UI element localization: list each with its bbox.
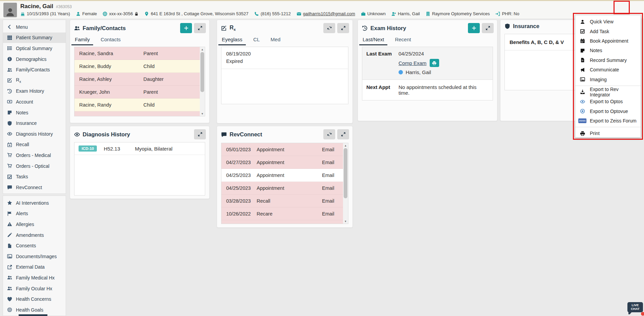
diagnosis-description: Myopia, Bilateral bbox=[135, 146, 172, 152]
family-row-racine-ashley[interactable]: Racine, AshleyDaughter bbox=[74, 73, 200, 86]
rx-tab-eyeglass[interactable]: Eyeglass bbox=[221, 35, 243, 45]
history-icon bbox=[6, 89, 13, 94]
sidebar-item-ai-interventions[interactable]: AI Interventions bbox=[3, 198, 66, 208]
menu-item-imaging[interactable]: Imaging bbox=[575, 74, 641, 84]
add-family-contact-button[interactable] bbox=[180, 23, 192, 33]
sidebar-item-allergies[interactable]: Allergies bbox=[3, 219, 66, 230]
sidebar-item-revconnect[interactable]: RevConnect bbox=[3, 182, 66, 193]
rx-tab-cl[interactable]: CL bbox=[253, 35, 260, 45]
refresh-icon bbox=[327, 132, 332, 137]
family-row-racine-buddy[interactable]: Racine, BuddyChild bbox=[74, 60, 200, 73]
exam-history-tab-recent[interactable]: Recent bbox=[394, 35, 412, 45]
download-icon bbox=[579, 89, 586, 94]
print-exam-button[interactable] bbox=[430, 59, 439, 67]
rx-tab-med[interactable]: Med bbox=[270, 35, 281, 45]
family-member-name: Racine, Ashley bbox=[74, 76, 144, 82]
sidebar-item-optical-summary[interactable]: Optical Summary bbox=[3, 43, 66, 54]
sidebar-item-documents-images[interactable]: Documents/Images bbox=[3, 251, 66, 262]
family-table-scrollbar[interactable]: ▲ ▼ bbox=[200, 47, 205, 116]
scroll-up-arrow[interactable]: ▲ bbox=[201, 47, 204, 52]
list-icon bbox=[6, 46, 13, 51]
sidebar-item-label: Orders - Medical bbox=[16, 153, 51, 158]
revconnect-row-3[interactable]: 04/25/2023AppointmentEmail bbox=[221, 182, 343, 195]
patient-detail-641-e-163rd-st-cottage-g: 641 E 163rd St , Cottage Grove, Wisconsi… bbox=[144, 11, 248, 16]
sidebar-item-notes[interactable]: Notes bbox=[3, 107, 66, 118]
menu-item-add-task[interactable]: Add Task bbox=[575, 26, 641, 36]
sidebar-item-orders-optical[interactable]: Orders - Optical bbox=[3, 161, 66, 172]
file-icon bbox=[6, 243, 13, 248]
sidebar-item-patient-summary[interactable]: Patient Summary bbox=[3, 32, 66, 43]
revconnect-row-5[interactable]: 10/26/2022RecareEmail bbox=[221, 207, 343, 220]
family-row-krueger-john[interactable]: Krueger, JohnParent bbox=[74, 86, 200, 98]
exam-summary-table: Last Exam 04/25/2024 Comp Exam Harris, G… bbox=[362, 47, 493, 100]
revconnect-row-4[interactable]: 03/28/2023RecallEmail bbox=[221, 195, 343, 207]
rx-entry[interactable]: 08/19/2020 Expired bbox=[221, 47, 348, 69]
person-icon bbox=[76, 12, 81, 16]
sidebar-item-insurance[interactable]: Insurance bbox=[3, 118, 66, 129]
scroll-down-arrow[interactable]: ▼ bbox=[344, 219, 347, 224]
scroll-up-arrow[interactable]: ▲ bbox=[344, 143, 347, 148]
menu-item-communicate[interactable]: Communicate bbox=[575, 65, 641, 74]
sidebar-item-account[interactable]: Account bbox=[3, 96, 66, 107]
expand-rx-button[interactable] bbox=[337, 23, 349, 33]
scroll-down-arrow[interactable]: ▼ bbox=[201, 111, 204, 116]
menu-item-label: Print bbox=[590, 131, 600, 136]
menu-item-record-summary[interactable]: Record Summary bbox=[575, 55, 641, 65]
sidebar-item-alerts[interactable]: Alerts bbox=[3, 208, 66, 219]
family-row-racine-randy[interactable]: Racine, RandyChild bbox=[74, 98, 200, 111]
comp-exam-link[interactable]: Comp Exam bbox=[399, 60, 427, 66]
sidebar-item-demographics[interactable]: Demographics bbox=[3, 54, 66, 65]
sidebar-item-orders-medical[interactable]: Orders - Medical bbox=[3, 150, 66, 161]
briefcase-icon bbox=[361, 12, 366, 16]
info-icon bbox=[6, 57, 13, 62]
menu-item-print[interactable]: Print bbox=[575, 129, 641, 138]
add-exam-button[interactable] bbox=[468, 23, 480, 33]
menu-item-export-to-optos[interactable]: Export to Optos bbox=[575, 97, 641, 106]
sidebar-item-recall[interactable]: Recall bbox=[3, 139, 66, 150]
refresh-revconnect-button[interactable] bbox=[323, 129, 335, 139]
sidebar-item-family-contacts[interactable]: Family/Contacts bbox=[3, 64, 66, 75]
last-exam-row: Last Exam 04/25/2024 Comp Exam Harris, G… bbox=[362, 47, 493, 80]
menu-item-export-to-zeiss-forum[interactable]: ZEISSExport to Zeiss Forum bbox=[575, 116, 641, 126]
patient-detail-gailharris1015-gmail-com[interactable]: gailharris1015@gmail.com bbox=[297, 11, 355, 16]
comment-icon bbox=[6, 185, 13, 190]
sidebar-item-health-concerns[interactable]: Health Concerns bbox=[3, 294, 66, 304]
sidebar-item-consents[interactable]: Consents bbox=[3, 240, 66, 251]
menu-item-book-appointment[interactable]: Book Appointment bbox=[575, 36, 641, 46]
family-contacts-tab-contacts[interactable]: Contacts bbox=[100, 35, 121, 45]
live-chat-button[interactable]: LIVE CHAT bbox=[627, 302, 644, 315]
revconnect-type: Appointment bbox=[257, 173, 322, 178]
sidebar-item-health-goals[interactable]: Health Goals bbox=[3, 304, 66, 315]
menu-item-export-to-optovue[interactable]: Export to Optovue bbox=[575, 107, 641, 116]
revconnect-row-1[interactable]: 04/27/2023AppointmentEmail bbox=[221, 156, 343, 169]
revconnect-row-2[interactable]: 04/25/2023AppointmentEmail bbox=[221, 169, 343, 182]
sidebar-item-diagnosis-history[interactable]: Diagnosis History bbox=[3, 129, 66, 139]
sidebar-item-menu[interactable]: Menu bbox=[3, 22, 66, 32]
sidebar-item-external-data[interactable]: External Data bbox=[3, 262, 66, 273]
sidebar-item-amendments[interactable]: Amendments bbox=[3, 230, 66, 241]
sidebar-item-rx[interactable]: Rx bbox=[3, 75, 66, 86]
sidebar-item-family-ocular-hx[interactable]: Family Ocular Hx bbox=[3, 283, 66, 294]
menu-item-quick-view[interactable]: Quick View bbox=[575, 17, 641, 26]
family-contacts-tab-family[interactable]: Family bbox=[74, 35, 90, 45]
revconnect-row-0[interactable]: 05/01/2023AppointmentEmail bbox=[221, 143, 343, 156]
revconnect-row-partial bbox=[221, 220, 343, 224]
menu-divider bbox=[575, 127, 641, 127]
menu-item-export-to-rev-integrator[interactable]: Export to Rev Integrator bbox=[575, 87, 641, 97]
revconnect-table-scrollbar[interactable]: ▲ ▼ bbox=[343, 143, 348, 224]
expand-exam-history-button[interactable] bbox=[482, 23, 494, 33]
sidebar-item-family-medical-hx[interactable]: Family Medical Hx bbox=[3, 272, 66, 283]
expand-family-contacts-button[interactable] bbox=[194, 23, 206, 33]
sidebar-item-exam-history[interactable]: Exam History bbox=[3, 86, 66, 97]
family-row-racine-sandra[interactable]: Racine, SandraParent bbox=[74, 47, 200, 60]
refresh-rx-button[interactable] bbox=[323, 23, 335, 33]
expand-revconnect-button[interactable] bbox=[337, 129, 349, 139]
scrollbar-thumb[interactable] bbox=[344, 148, 347, 198]
scrollbar-thumb[interactable] bbox=[200, 52, 204, 92]
diagnosis-row[interactable]: ICD-10 H52.13 Myopia, Bilateral bbox=[74, 142, 205, 155]
expand-diagnosis-history-button[interactable] bbox=[194, 129, 206, 139]
sidebar-item-label: Orders - Optical bbox=[16, 163, 49, 169]
exam-history-tab-last-next[interactable]: Last/Next bbox=[362, 35, 385, 45]
menu-item-notes[interactable]: Notes bbox=[575, 46, 641, 55]
sidebar-item-tasks[interactable]: Tasks bbox=[3, 171, 66, 182]
